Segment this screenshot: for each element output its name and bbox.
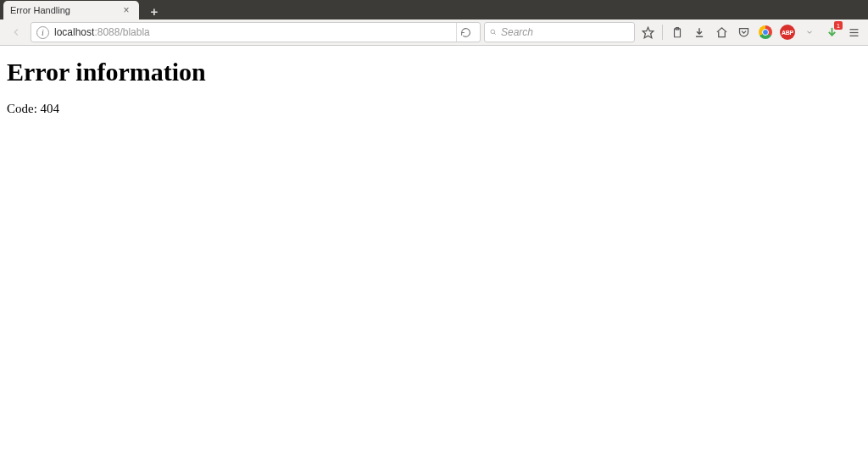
- page-content: Error information Code: 404: [0, 46, 868, 128]
- svg-line-1: [494, 33, 496, 35]
- pocket-icon: [737, 26, 750, 39]
- library-button[interactable]: [668, 23, 687, 42]
- tab-strip: Error Handling × +: [0, 0, 868, 19]
- browser-toolbar: i localhost:8088/blabla ABP 1: [0, 19, 868, 46]
- search-icon: [490, 27, 497, 37]
- back-button[interactable]: [5, 22, 27, 42]
- svg-marker-2: [643, 27, 654, 38]
- info-icon[interactable]: i: [36, 26, 49, 39]
- downloads-button[interactable]: [690, 23, 709, 42]
- tab-title: Error Handling: [10, 5, 115, 15]
- reload-icon: [460, 27, 471, 38]
- chrome-extension-icon[interactable]: [756, 23, 775, 42]
- download-count-badge: 1: [834, 21, 843, 30]
- home-icon: [715, 26, 728, 39]
- page-heading: Error information: [7, 58, 861, 86]
- browser-tab[interactable]: Error Handling ×: [3, 1, 139, 19]
- chevron-down-icon: [805, 28, 814, 36]
- url-text: localhost:8088/blabla: [54, 26, 451, 38]
- star-icon: [642, 26, 654, 39]
- url-path: :8088/blabla: [94, 26, 149, 38]
- svg-point-0: [491, 30, 495, 34]
- bookmark-star-button[interactable]: [638, 23, 657, 42]
- toolbar-divider: [662, 25, 663, 40]
- reload-button[interactable]: [456, 23, 475, 42]
- abp-dropdown[interactable]: [800, 23, 819, 42]
- pocket-button[interactable]: [734, 23, 753, 42]
- search-input[interactable]: [501, 26, 629, 38]
- menu-button[interactable]: [844, 23, 863, 42]
- hamburger-icon: [848, 26, 860, 39]
- new-tab-button[interactable]: +: [144, 3, 164, 19]
- close-tab-icon[interactable]: ×: [120, 4, 132, 16]
- abp-badge-icon: ABP: [780, 25, 795, 40]
- abp-button[interactable]: ABP: [778, 23, 797, 42]
- download-status-button[interactable]: 1: [822, 23, 841, 42]
- url-bar[interactable]: i localhost:8088/blabla: [31, 22, 481, 42]
- chrome-logo-icon: [759, 25, 772, 39]
- url-host: localhost: [54, 26, 94, 38]
- home-button[interactable]: [712, 23, 731, 42]
- error-code-text: Code: 404: [7, 102, 861, 116]
- arrow-left-icon: [10, 26, 22, 38]
- search-bar[interactable]: [484, 22, 635, 42]
- download-arrow-icon: [693, 26, 705, 39]
- clipboard-icon: [671, 26, 683, 39]
